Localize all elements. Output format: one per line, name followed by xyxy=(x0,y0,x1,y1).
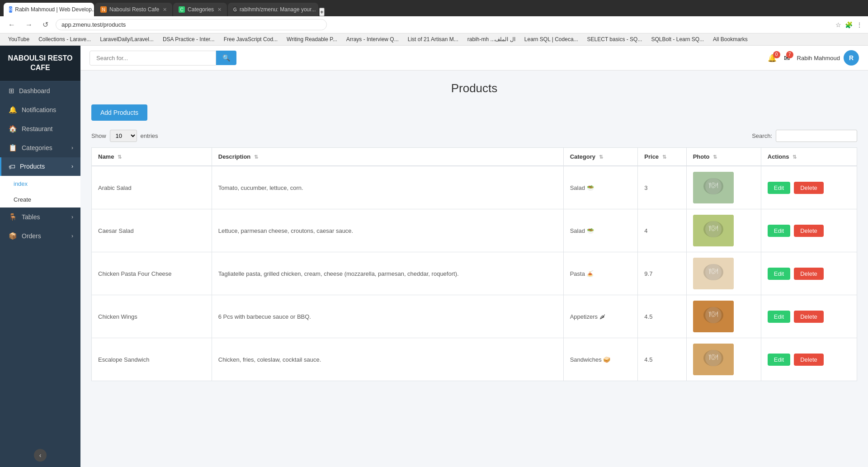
bookmark-all[interactable]: All Bookmarks xyxy=(710,35,750,43)
delete-button[interactable]: Delete xyxy=(794,225,824,237)
sidebar-item-label: Dashboard xyxy=(19,87,50,94)
app-container: NABOULSI RESTO CAFE ⊞ Dashboard 🔔 Notifi… xyxy=(0,46,868,467)
delete-button[interactable]: Delete xyxy=(794,268,824,280)
col-description[interactable]: Description ⇅ xyxy=(212,148,563,166)
toolbar-icons: ☆ 🧩 ⋮ xyxy=(835,21,863,28)
add-products-button[interactable]: Add Products xyxy=(91,104,147,121)
sidebar-item-products[interactable]: 🏷 Products › xyxy=(0,157,80,176)
cell-category: Salad 🥗 xyxy=(563,166,638,209)
cell-description: Tagliatelle pasta, grilled chicken, crea… xyxy=(212,252,563,295)
search-label: Search: xyxy=(752,132,772,139)
inactive-tab-1[interactable]: N Naboulsi Resto Cafe ✕ xyxy=(95,3,172,16)
search-button[interactable]: 🔍 xyxy=(216,51,236,65)
tab-favicon: C xyxy=(179,6,185,13)
chevron-right-icon: › xyxy=(71,233,73,239)
svg-text:🍽: 🍽 xyxy=(709,352,718,362)
user-info: Rabih Mahmoud R xyxy=(797,50,859,66)
back-button[interactable]: ← xyxy=(5,20,18,30)
sidebar-item-categories[interactable]: 📋 Categories › xyxy=(0,138,80,157)
delete-button[interactable]: Delete xyxy=(794,311,824,323)
user-name: Rabih Mahmoud xyxy=(797,55,840,61)
col-price[interactable]: Price ⇅ xyxy=(638,148,686,166)
tab-favicon: G xyxy=(233,6,237,13)
extensions-icon[interactable]: 🧩 xyxy=(845,21,853,28)
bookmark-writing[interactable]: Writing Readable P... xyxy=(284,35,340,43)
tab-label: Categories xyxy=(188,6,214,13)
table-search-input[interactable] xyxy=(776,130,857,142)
dashboard-icon: ⊞ xyxy=(9,87,14,95)
notifications-count: 0 xyxy=(773,51,780,58)
edit-button[interactable]: Edit xyxy=(768,225,790,237)
edit-button[interactable]: Edit xyxy=(768,311,790,323)
bookmark-laraveldaily[interactable]: LaravelDaily/Laravel... xyxy=(97,35,156,43)
reload-button[interactable]: ↺ xyxy=(40,19,51,30)
sidebar-item-dashboard[interactable]: ⊞ Dashboard xyxy=(0,81,80,100)
table-search: Search: xyxy=(752,130,857,142)
bookmark-rabih[interactable]: rabih-mh ...ال الملف xyxy=(465,35,518,43)
col-name-label: Name xyxy=(98,153,114,160)
address-input[interactable] xyxy=(56,19,327,30)
restaurant-icon: 🏠 xyxy=(9,125,17,133)
col-actions[interactable]: Actions ⇅ xyxy=(761,148,857,166)
col-description-label: Description xyxy=(218,153,251,160)
bookmark-youtube[interactable]: YouTube xyxy=(5,35,32,43)
chevron-right-icon: › xyxy=(71,145,73,151)
table-row: Chicken Wings 6 Pcs with barbecue sauce … xyxy=(92,295,857,338)
delete-button[interactable]: Delete xyxy=(794,354,824,366)
table-header-row: Name ⇅ Description ⇅ Category ⇅ Price xyxy=(92,148,857,166)
sort-icon: ⇅ xyxy=(118,154,122,160)
col-photo-label: Photo xyxy=(693,153,710,160)
submenu-index[interactable]: index xyxy=(0,176,80,192)
close-tab-icon[interactable]: ✕ xyxy=(163,7,167,13)
sidebar-item-orders[interactable]: 📦 Orders › xyxy=(0,226,80,245)
sidebar: NABOULSI RESTO CAFE ⊞ Dashboard 🔔 Notifi… xyxy=(0,46,80,467)
svg-text:🍽: 🍽 xyxy=(709,223,718,233)
sidebar-item-tables[interactable]: 🪑 Tables › xyxy=(0,208,80,226)
sidebar-collapse[interactable]: ‹ xyxy=(0,443,80,467)
entries-select[interactable]: 10 25 50 100 xyxy=(110,130,137,142)
edit-button[interactable]: Edit xyxy=(768,268,790,280)
col-category[interactable]: Category ⇅ xyxy=(563,148,638,166)
notification-badge[interactable]: 🔔 0 xyxy=(768,54,777,62)
bookmark-sqlbolt[interactable]: SQLBolt - Learn SQ... xyxy=(648,35,707,43)
inactive-tab-2[interactable]: C Categories ✕ xyxy=(173,3,227,16)
chevron-right-icon: › xyxy=(71,214,73,220)
star-icon[interactable]: ☆ xyxy=(835,21,841,28)
sidebar-item-label: Notifications xyxy=(22,106,56,113)
bookmark-collections[interactable]: Collections - Larave... xyxy=(36,35,94,43)
svg-text:🍽: 🍽 xyxy=(709,309,718,319)
active-tab[interactable]: R Rabih Mahmoud | Web Develop... ✕ xyxy=(4,3,94,16)
tab-label: rabihmh/zmenu: Manage your... xyxy=(240,6,316,13)
cell-actions: Edit Delete xyxy=(761,295,857,338)
menu-icon[interactable]: ⋮ xyxy=(856,21,863,28)
col-actions-label: Actions xyxy=(768,153,789,160)
sidebar-item-notifications[interactable]: 🔔 Notifications xyxy=(0,100,80,119)
bookmark-sql[interactable]: Learn SQL | Codeca... xyxy=(522,35,581,43)
bookmark-select[interactable]: SELECT basics - SQ... xyxy=(585,35,645,43)
sidebar-item-restaurant[interactable]: 🏠 Restaurant xyxy=(0,119,80,138)
edit-button[interactable]: Edit xyxy=(768,182,790,194)
forward-button[interactable]: → xyxy=(23,20,35,30)
cell-name: Chicken Wings xyxy=(92,295,212,338)
submenu-create[interactable]: Create xyxy=(0,192,80,208)
bookmark-arrays[interactable]: Arrays - Interview Q... xyxy=(344,35,401,43)
bookmark-artisan[interactable]: List of 21 Artisan M... xyxy=(405,35,461,43)
close-tab-icon[interactable]: ✕ xyxy=(217,7,222,13)
address-bar: ← → ↺ ☆ 🧩 ⋮ xyxy=(0,16,868,33)
new-tab-button[interactable]: + xyxy=(319,8,325,16)
search-input[interactable] xyxy=(90,51,216,66)
bookmark-dsa[interactable]: DSA Practice - Inter... xyxy=(160,35,217,43)
message-badge[interactable]: ✉ 7 xyxy=(784,54,790,62)
cell-category: Pasta 🍝 xyxy=(563,252,638,295)
products-table: Name ⇅ Description ⇅ Category ⇅ Price xyxy=(91,147,857,381)
edit-button[interactable]: Edit xyxy=(768,354,790,366)
inactive-tab-3[interactable]: G rabihmh/zmenu: Manage your... ✕ xyxy=(228,3,318,16)
col-photo[interactable]: Photo ⇅ xyxy=(686,148,761,166)
cell-name: Caesar Salad xyxy=(92,209,212,252)
svg-text:🍽: 🍽 xyxy=(709,266,718,276)
collapse-button[interactable]: ‹ xyxy=(34,449,47,462)
chevron-down-icon: › xyxy=(71,163,73,170)
bookmark-js[interactable]: Free JavaScript Cod... xyxy=(221,35,280,43)
col-name[interactable]: Name ⇅ xyxy=(92,148,212,166)
delete-button[interactable]: Delete xyxy=(794,182,824,194)
